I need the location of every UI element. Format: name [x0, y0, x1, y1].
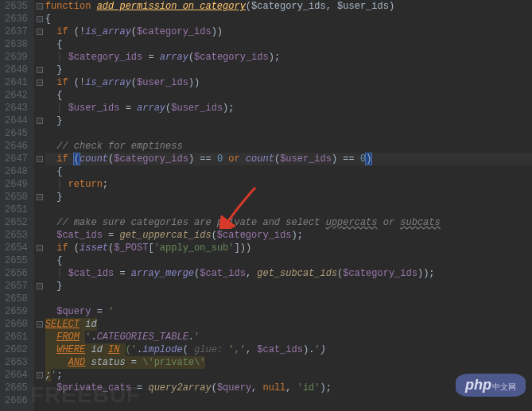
code-line[interactable]: {: [45, 254, 532, 267]
line-number: 2659: [5, 305, 28, 318]
code-line[interactable]: [45, 293, 532, 305]
code-line[interactable]: │ $user_ids = array($user_ids);: [45, 102, 532, 114]
line-number-gutter: 2635263626372638263926402641264226432644…: [0, 0, 34, 411]
line-number: 2650: [5, 191, 28, 204]
code-line[interactable]: }: [45, 280, 532, 293]
code-line[interactable]: }: [45, 114, 532, 127]
line-number: 2644: [5, 114, 28, 127]
code-line[interactable]: SELECT id: [45, 318, 532, 331]
code-line[interactable]: // check for emptiness: [45, 140, 532, 153]
code-area[interactable]: function add_permission_on_category($cat…: [45, 0, 532, 411]
line-number: 2647: [5, 153, 28, 165]
line-number: 2639: [5, 51, 28, 64]
line-number: 2646: [5, 140, 28, 153]
line-number: 2664: [5, 369, 28, 382]
line-number: 2658: [5, 293, 28, 305]
line-number: 2655: [5, 254, 28, 267]
line-number: 2660: [5, 318, 28, 331]
line-number: 2648: [5, 165, 28, 178]
line-number: 2661: [5, 331, 28, 343]
code-line[interactable]: if (count($category_ids) == 0 or count($…: [45, 153, 532, 165]
php-logo-watermark: php中文网: [456, 374, 526, 397]
code-line[interactable]: │ $category_ids = array($category_ids);: [45, 51, 532, 64]
code-line[interactable]: {: [45, 38, 532, 51]
line-number: 2666: [5, 394, 28, 407]
fold-toggle[interactable]: -: [37, 194, 43, 200]
code-line[interactable]: │ return;: [45, 178, 532, 191]
fold-toggle[interactable]: -: [37, 79, 43, 86]
line-number: 2642: [5, 89, 28, 102]
line-number: 2662: [5, 343, 28, 356]
code-line[interactable]: [45, 394, 532, 407]
code-line[interactable]: if (!is_array($user_ids)): [45, 76, 532, 89]
line-number: 2643: [5, 102, 28, 114]
fold-toggle[interactable]: -: [37, 321, 43, 328]
line-number: 2640: [5, 64, 28, 76]
fold-toggle[interactable]: -: [37, 156, 43, 162]
code-line[interactable]: if (isset($_POST['apply_on_sub'])): [45, 242, 532, 254]
code-line[interactable]: [45, 204, 532, 216]
line-number: 2665: [5, 382, 28, 394]
line-number: 2656: [5, 267, 28, 280]
line-number: 2641: [5, 76, 28, 89]
code-line[interactable]: FROM '.CATEGORIES_TABLE.': [45, 331, 532, 343]
code-line[interactable]: }: [45, 191, 532, 204]
code-editor[interactable]: 2635263626372638263926402641264226432644…: [0, 0, 532, 411]
line-number: 2652: [5, 216, 28, 229]
code-line[interactable]: [45, 127, 532, 140]
line-number: 2663: [5, 356, 28, 369]
line-number: 2657: [5, 280, 28, 293]
fold-toggle[interactable]: -: [37, 3, 43, 10]
line-number: 2653: [5, 229, 28, 242]
fold-toggle[interactable]: -: [37, 372, 43, 378]
code-line[interactable]: }: [45, 64, 532, 76]
fold-toggle[interactable]: -: [37, 16, 43, 22]
code-line[interactable]: if (!is_array($category_ids)): [45, 25, 532, 38]
code-line[interactable]: function add_permission_on_category($cat…: [45, 0, 532, 13]
fold-toggle[interactable]: -: [37, 283, 43, 289]
code-line[interactable]: {: [45, 165, 532, 178]
fold-toggle[interactable]: -: [37, 245, 43, 251]
code-line[interactable]: {: [45, 13, 532, 25]
code-line[interactable]: $query = ': [45, 305, 532, 318]
fold-toggle[interactable]: -: [37, 118, 43, 124]
line-number: 2654: [5, 242, 28, 254]
line-number: 2636: [5, 13, 28, 25]
line-number: 2649: [5, 178, 28, 191]
line-number: 2645: [5, 127, 28, 140]
line-number: 2635: [5, 0, 28, 13]
code-line[interactable]: // make sure categories are private and …: [45, 216, 532, 229]
code-line[interactable]: │ $cat_ids = array_merge($cat_ids, get_s…: [45, 267, 532, 280]
code-line[interactable]: {: [45, 89, 532, 102]
code-line[interactable]: AND status = \'private\': [45, 356, 532, 369]
code-line[interactable]: $cat_ids = get_uppercat_ids($category_id…: [45, 229, 532, 242]
fold-gutter[interactable]: ------------: [34, 0, 45, 411]
fold-toggle[interactable]: -: [37, 67, 43, 73]
code-line[interactable]: WHERE id IN ('.implode( glue: ',', $cat_…: [45, 343, 532, 356]
line-number: 2651: [5, 204, 28, 216]
fold-toggle[interactable]: -: [37, 29, 43, 35]
line-number: 2638: [5, 38, 28, 51]
line-number: 2637: [5, 25, 28, 38]
